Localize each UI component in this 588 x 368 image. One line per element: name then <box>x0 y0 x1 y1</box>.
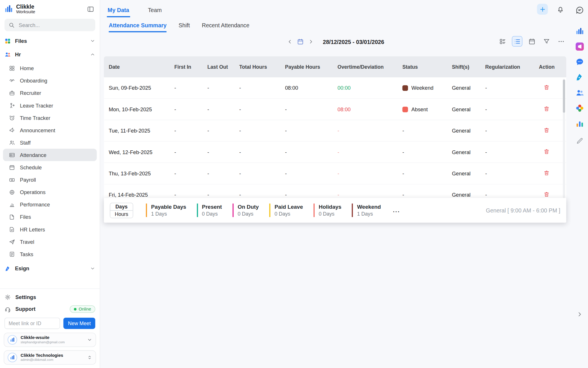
summary-label: Holidays <box>319 204 341 211</box>
toggle-days[interactable]: Days <box>110 203 133 210</box>
status-swatch <box>402 85 408 91</box>
total-hours-cell: - <box>234 170 280 177</box>
analytics-app-button[interactable] <box>575 119 585 129</box>
messenger-app-button[interactable] <box>575 57 585 67</box>
more-options-button[interactable] <box>556 36 566 47</box>
card-view-button[interactable] <box>497 36 508 47</box>
calendar-icon <box>9 164 15 170</box>
summary-value: 0 Days <box>319 211 341 217</box>
toggle-hours[interactable]: Hours <box>110 210 133 218</box>
calendar-view-button[interactable] <box>527 36 537 47</box>
meet-link-input[interactable] <box>5 318 60 329</box>
overtime-cell: - <box>333 192 398 198</box>
add-button[interactable] <box>537 4 548 15</box>
org-meta: Clikkle Technologies admin@clikkmail.com <box>21 353 84 362</box>
sidebar-item-hr-letters[interactable]: HR Letters <box>3 223 97 235</box>
ads-app-button[interactable] <box>575 42 585 51</box>
list-view-button[interactable] <box>512 36 523 47</box>
esign-app-button[interactable] <box>575 72 585 82</box>
bar-chart-icon <box>9 202 15 208</box>
sidebar-item-announcement[interactable]: Announcement <box>3 124 97 136</box>
summary-label: On Duty <box>238 204 259 211</box>
sidebar-item-recruiter[interactable]: Recruiter <box>3 87 97 99</box>
delete-row-button[interactable] <box>542 104 551 115</box>
search-icon <box>9 22 15 28</box>
sidebar-section-files[interactable]: Files <box>0 34 100 48</box>
chat-button[interactable] <box>575 5 585 15</box>
sidebar-section-hr[interactable]: Hr <box>0 48 100 61</box>
settings-row[interactable]: Settings <box>0 291 100 303</box>
campaign-app-button[interactable] <box>575 103 585 113</box>
table-row: Wed, 12-Feb-2025 - - - - - - General - <box>104 141 566 163</box>
sidebar-item-performance[interactable]: Performance <box>3 198 97 211</box>
trash-icon <box>543 148 550 155</box>
collapse-sidebar-button[interactable] <box>86 4 95 14</box>
edit-strip-button[interactable] <box>575 136 585 146</box>
table-row: Mon, 10-Feb-2025 - - - - 08:00 Absent Ge… <box>104 99 566 120</box>
sidebar-item-home[interactable]: Home <box>3 62 97 74</box>
subtab-recent-attendance[interactable]: Recent Attendance <box>202 19 249 32</box>
tab-my-data[interactable]: My Data <box>107 3 130 17</box>
sidebar-item-attendance[interactable]: Attendance <box>3 149 97 161</box>
search-input[interactable] <box>18 22 91 28</box>
clikkle-logo-icon <box>5 5 13 14</box>
subtab-shift[interactable]: Shift <box>179 19 190 32</box>
delete-row-button[interactable] <box>542 83 551 93</box>
dashboard-grid-icon <box>9 65 15 71</box>
delete-row-button[interactable] <box>542 168 551 179</box>
calendar-picker-icon <box>297 38 304 45</box>
tab-team[interactable]: Team <box>147 3 163 17</box>
new-meet-button[interactable]: New Meet <box>63 318 95 329</box>
prev-week-button[interactable] <box>286 38 294 46</box>
status-label: Weekend <box>411 85 434 91</box>
sidebar-section-esign[interactable]: Esign <box>0 262 100 275</box>
overtime-cell: - <box>333 128 398 134</box>
section-label-files: Files <box>15 38 86 44</box>
sidebar-item-staff[interactable]: Staff <box>3 136 97 149</box>
account-card-org[interactable]: Clikkle Technologies admin@clikkmail.com <box>4 350 96 365</box>
top-actions <box>537 4 565 15</box>
brand-logo[interactable]: Clikkle Worksuite <box>5 4 86 14</box>
date-picker-button[interactable] <box>296 37 305 46</box>
first-in-cell: - <box>169 106 202 112</box>
charts-app-button[interactable] <box>575 26 585 36</box>
last-out-cell: - <box>202 85 234 91</box>
summary-item-payable-days: Payable Days 1 Days <box>146 204 186 217</box>
summary-item-weekend: Weekend 1 Days <box>352 204 381 217</box>
next-week-button[interactable] <box>307 38 315 46</box>
column-header-shifts: Shift(s) <box>447 64 480 70</box>
filter-button[interactable] <box>541 36 552 47</box>
scrollbar-thumb[interactable] <box>563 80 565 113</box>
action-cell <box>534 168 566 179</box>
account-meta: Clikkle-wsuite stephandgraham@gmail.com <box>21 335 84 344</box>
sidebar-item-time-tracker[interactable]: Time Tracker <box>3 112 97 124</box>
sidebar-item-operations[interactable]: Operations <box>3 186 97 198</box>
account-email: stephandgraham@gmail.com <box>21 340 84 344</box>
org-avatar <box>7 352 17 362</box>
delete-row-button[interactable] <box>542 147 551 158</box>
summary-more-button[interactable]: ... <box>391 206 402 214</box>
sidebar-item-files[interactable]: Files <box>3 211 97 223</box>
sidebar-item-leave-tracker[interactable]: Leave Tracker <box>3 99 97 112</box>
date-cell: Fri, 14-Feb-2025 <box>104 192 170 198</box>
org-name: Clikkle Technologies <box>21 353 84 358</box>
subtab-attendance-summary[interactable]: Attendance Summary <box>109 19 167 32</box>
date-cell: Sun, 09-Feb-2025 <box>104 85 170 91</box>
sidebar-item-onboarding[interactable]: Onboarding <box>3 74 97 87</box>
date-cell: Mon, 10-Feb-2025 <box>104 106 170 112</box>
sidebar-item-tasks[interactable]: Tasks <box>3 248 97 260</box>
settings-label: Settings <box>16 294 36 300</box>
table-scrollbar <box>563 79 565 199</box>
support-row[interactable]: Support Online <box>0 303 100 315</box>
people-app-button[interactable] <box>575 88 585 98</box>
sidebar-item-payroll[interactable]: Payroll <box>3 173 97 186</box>
sidebar-item-schedule[interactable]: Schedule <box>3 161 97 173</box>
notifications-button[interactable] <box>555 4 565 14</box>
apps-strip <box>572 0 588 368</box>
account-card-primary[interactable]: Clikkle-wsuite stephandgraham@gmail.com <box>4 333 96 347</box>
sidebar-search[interactable] <box>5 19 95 31</box>
expand-strip-button[interactable] <box>575 309 585 319</box>
date-cell: Tue, 11-Feb-2025 <box>104 128 170 134</box>
sidebar-item-travel[interactable]: Travel <box>3 235 97 248</box>
delete-row-button[interactable] <box>542 125 551 136</box>
